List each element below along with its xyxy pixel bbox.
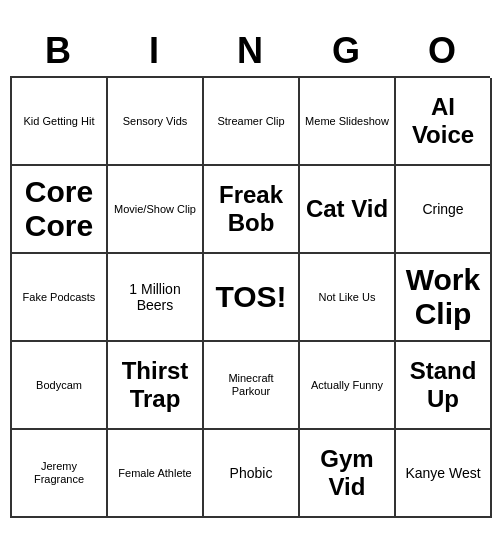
cell-text-7: Freak Bob [208,181,294,236]
cell-24: Kanye West [396,430,492,518]
cell-0: Kid Getting Hit [12,78,108,166]
cell-14: Work Clip [396,254,492,342]
cell-20: Jeremy Fragrance [12,430,108,518]
cell-3: Meme Slideshow [300,78,396,166]
cell-text-8: Cat Vid [306,195,388,223]
cell-text-0: Kid Getting Hit [24,115,95,128]
cell-9: Cringe [396,166,492,254]
cell-4: AI Voice [396,78,492,166]
header-letter-G: G [302,30,390,72]
header-letter-N: N [206,30,294,72]
cell-8: Cat Vid [300,166,396,254]
cell-16: Thirst Trap [108,342,204,430]
cell-6: Movie/Show Clip [108,166,204,254]
bingo-header: BINGO [10,26,490,76]
cell-text-18: Actually Funny [311,379,383,392]
cell-23: Gym Vid [300,430,396,518]
cell-text-4: AI Voice [400,93,486,148]
cell-text-2: Streamer Clip [217,115,284,128]
cell-text-19: Stand Up [400,357,486,412]
cell-text-24: Kanye West [405,465,480,481]
cell-5: Core Core [12,166,108,254]
cell-text-15: Bodycam [36,379,82,392]
cell-text-20: Jeremy Fragrance [16,460,102,485]
cell-text-5: Core Core [16,175,102,244]
cell-text-13: Not Like Us [319,291,376,304]
cell-text-11: 1 Million Beers [112,281,198,313]
cell-22: Phobic [204,430,300,518]
cell-12: TOS! [204,254,300,342]
cell-15: Bodycam [12,342,108,430]
cell-text-22: Phobic [230,465,273,481]
cell-18: Actually Funny [300,342,396,430]
cell-text-12: TOS! [215,280,286,315]
cell-19: Stand Up [396,342,492,430]
header-letter-O: O [398,30,486,72]
cell-1: Sensory Vids [108,78,204,166]
cell-21: Female Athlete [108,430,204,518]
cell-17: Minecraft Parkour [204,342,300,430]
cell-text-23: Gym Vid [304,445,390,500]
cell-text-21: Female Athlete [118,467,191,480]
header-letter-I: I [110,30,198,72]
cell-text-14: Work Clip [400,263,486,332]
cell-11: 1 Million Beers [108,254,204,342]
cell-text-1: Sensory Vids [123,115,188,128]
cell-10: Fake Podcasts [12,254,108,342]
cell-text-17: Minecraft Parkour [208,372,294,397]
bingo-card: BINGO Kid Getting HitSensory VidsStreame… [10,26,490,518]
cell-text-3: Meme Slideshow [305,115,389,128]
cell-text-9: Cringe [422,201,463,217]
cell-text-6: Movie/Show Clip [114,203,196,216]
bingo-grid: Kid Getting HitSensory VidsStreamer Clip… [10,76,490,518]
cell-13: Not Like Us [300,254,396,342]
cell-7: Freak Bob [204,166,300,254]
header-letter-B: B [14,30,102,72]
cell-text-16: Thirst Trap [112,357,198,412]
cell-text-10: Fake Podcasts [23,291,96,304]
cell-2: Streamer Clip [204,78,300,166]
